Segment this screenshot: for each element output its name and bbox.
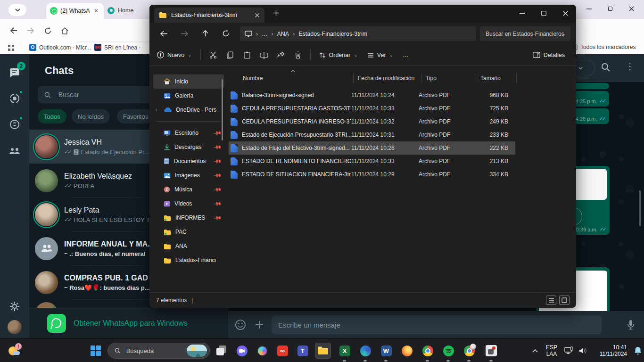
sidebar-item-escritorio[interactable]: Escritorio📌 (153, 126, 224, 140)
bookmark-sri[interactable]: SRI SRI en Línea - (94, 44, 140, 51)
explorer-minimize-button[interactable] (511, 5, 533, 22)
tab-whatsapp[interactable]: (2) WhatsApp ✕ (46, 3, 104, 19)
nav-chats-icon[interactable]: 2 (7, 65, 23, 81)
acrobat-button[interactable]: ∞ (274, 343, 290, 359)
teams-button[interactable]: T (295, 343, 311, 359)
firefox-button[interactable] (399, 343, 415, 359)
mic-icon[interactable] (621, 319, 640, 330)
filter-favoritos[interactable]: Favoritos (117, 109, 154, 123)
volume-icon[interactable] (576, 343, 590, 359)
sidebar-item-ana[interactable]: ANA (153, 239, 224, 253)
message-input[interactable] (272, 315, 602, 334)
chat-menu-icon[interactable]: ⋮ (626, 61, 634, 72)
reload-icon[interactable] (41, 24, 55, 38)
explorer-close-button[interactable] (554, 5, 576, 22)
chat-meet-button[interactable] (234, 343, 250, 359)
start-button[interactable] (88, 343, 104, 359)
column-nombre[interactable]: Nombre (243, 73, 263, 84)
sidebar-item-onedrive[interactable]: › OneDrive - Pers (153, 103, 224, 117)
network-icon[interactable] (562, 343, 576, 359)
language-indicator[interactable]: ESP LAA (546, 344, 557, 357)
sidebar-item-inicio[interactable]: Inicio (153, 74, 224, 89)
share-icon[interactable] (272, 47, 289, 63)
sort-button[interactable]: Ordenar ⌄ (314, 47, 363, 63)
sidebar-item-descargas[interactable]: Descargas📌 (153, 140, 224, 154)
file-row-selected[interactable]: Estado de Flujo del Efectivo-3trim-signe… (229, 141, 515, 155)
forward-icon[interactable] (24, 24, 38, 38)
explorer-search-box[interactable] (480, 26, 570, 41)
nav-status-icon[interactable] (7, 90, 23, 107)
breadcrumb-ana[interactable]: ANA (277, 31, 289, 37)
copy-icon[interactable] (222, 47, 239, 63)
file-row[interactable]: Estado de Ejecución Presupuestario-3TRI.… (229, 128, 515, 141)
tab-close-icon[interactable] (255, 13, 260, 18)
clock[interactable]: 10:41 11/11/2024 (593, 344, 627, 357)
explorer-search-input[interactable] (485, 30, 566, 38)
nav-communities-icon[interactable] (7, 143, 23, 159)
column-separator[interactable] (476, 73, 476, 83)
column-tamano[interactable]: Tamaño (480, 73, 501, 84)
rename-icon[interactable] (256, 47, 272, 63)
excel-button[interactable]: X (337, 343, 353, 359)
up-icon[interactable] (198, 26, 213, 41)
explorer-taskbar-button[interactable] (315, 343, 331, 359)
breadcrumb-current[interactable]: Estados-Financieros-3trim (298, 31, 367, 37)
settings-gear-icon[interactable] (7, 298, 23, 314)
task-view-button[interactable] (214, 343, 230, 359)
sidebar-scrollbar[interactable] (222, 79, 223, 140)
forward-icon[interactable] (177, 26, 192, 41)
chrome-profile-button[interactable] (461, 343, 477, 359)
refresh-icon[interactable] (218, 26, 233, 41)
file-row[interactable]: CEDULA PRESUPUESTARIA GASTOS-3TRI... 11/… (229, 102, 515, 115)
emoji-icon[interactable] (231, 319, 250, 330)
back-icon[interactable] (156, 26, 171, 41)
details-view-button[interactable] (546, 296, 556, 305)
bookmark-outlook[interactable]: O Outlook.com - Micr... (29, 44, 91, 51)
browser-minimize-button[interactable] (586, 6, 592, 12)
file-row[interactable]: CEDULA PRESUPUESTARIA INGRESO-3TRI... 11… (229, 115, 515, 128)
browser-maximize-button[interactable] (607, 6, 613, 12)
paste-icon[interactable] (239, 47, 256, 63)
chat-scrollbar[interactable] (639, 190, 641, 226)
explorer-tab[interactable]: Estados-Financieros-3trim (154, 8, 264, 23)
sidebar-item-estados-financieros[interactable]: Estados-Financi (153, 253, 224, 267)
column-separator[interactable] (353, 73, 354, 83)
nav-channels-icon[interactable] (7, 116, 23, 132)
sidebar-item-informes[interactable]: INFORMES📌 (153, 211, 224, 225)
column-separator[interactable] (516, 73, 517, 83)
cut-icon[interactable] (205, 47, 222, 63)
back-icon[interactable] (7, 24, 21, 38)
view-button[interactable]: Ver ⌄ (363, 47, 398, 63)
search-highlight-image[interactable] (187, 345, 207, 357)
breadcrumb[interactable]: › … › ANA › Estados-Financieros-3trim (240, 26, 476, 41)
expand-chevron-icon[interactable]: › (156, 107, 157, 113)
new-tab-icon[interactable] (273, 10, 279, 16)
apps-grid-icon[interactable] (8, 44, 15, 51)
column-tipo[interactable]: Tipo (426, 73, 437, 84)
tab-search-button[interactable] (8, 4, 26, 16)
edge-button[interactable] (357, 343, 373, 359)
taskbar-search[interactable] (107, 343, 210, 359)
all-bookmarks[interactable]: Todos los marcadores (571, 44, 636, 50)
sidebar-item-documentos[interactable]: Documentos📌 (153, 154, 224, 168)
tray-chevron-icon[interactable] (529, 343, 541, 359)
chrome-button[interactable] (420, 343, 436, 359)
copilot-button[interactable] (254, 343, 270, 359)
word-button[interactable]: W (378, 343, 394, 359)
file-row[interactable]: ESTADO DE RENDIMIENTO FINANCIERO-... 11/… (229, 155, 515, 168)
column-fecha[interactable]: Fecha de modificación (358, 73, 414, 84)
home-icon[interactable] (58, 24, 72, 38)
sidebar-item-pac[interactable]: PAC (153, 225, 224, 239)
taskbar-search-input[interactable] (125, 347, 182, 355)
icons-view-button[interactable] (559, 296, 570, 305)
sidebar-item-musica[interactable]: Música📌 (153, 182, 224, 197)
java-app-button[interactable] (483, 343, 499, 359)
file-row[interactable]: Balance-3trim-signed-signed 11/11/2024 1… (229, 89, 515, 102)
file-row[interactable]: ESTADO DE SITUACION FINANCIERA-3tri... 1… (229, 168, 515, 181)
widgets-weather-button[interactable]: 1 (7, 343, 23, 359)
details-button[interactable]: Detalles (528, 47, 570, 63)
attach-plus-icon[interactable] (250, 320, 269, 330)
delete-icon[interactable] (289, 47, 306, 63)
filter-todos[interactable]: Todos (38, 109, 66, 123)
sidebar-item-videos[interactable]: Vídeos📌 (153, 197, 224, 211)
